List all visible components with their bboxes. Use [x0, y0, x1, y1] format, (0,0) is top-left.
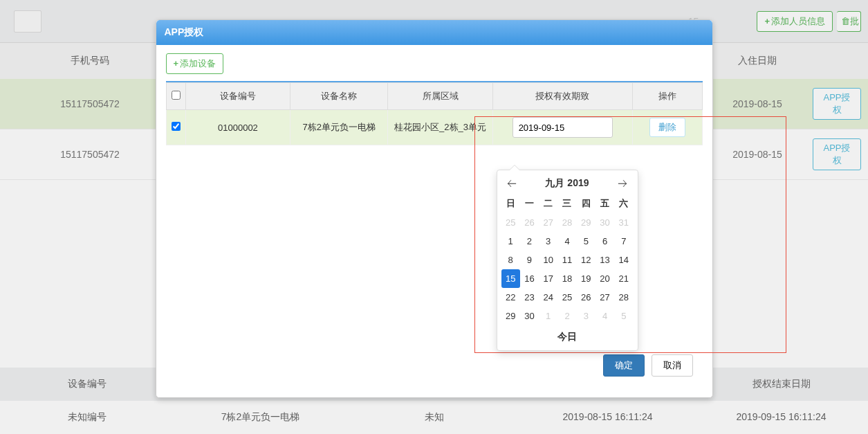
- dcol-area: 所属区域: [388, 83, 492, 110]
- cell-area: 桂花园小区_2栋_3单元: [388, 110, 492, 145]
- device-row: 01000002 7栋2单元负一电梯 桂花园小区_2栋_3单元 删除: [166, 110, 702, 145]
- dcol-devno: 设备编号: [185, 83, 290, 110]
- dp-month-title[interactable]: 九月 2019: [545, 177, 589, 180]
- row-checkbox[interactable]: [172, 122, 181, 131]
- cell-devname: 7栋2单元负一电梯: [290, 110, 388, 145]
- next-month-button[interactable]: 🡢: [618, 178, 627, 180]
- modal-mask: APP授权 +添加设备 设备编号 设备名称 所属区域 授权有效期致 操作: [0, 0, 868, 180]
- expire-date-input[interactable]: [513, 117, 613, 138]
- add-device-button[interactable]: +添加设备: [166, 53, 224, 74]
- date-picker: 🡠 九月 2019 🡢 日一二三四五六 25262728293031123456…: [497, 170, 638, 180]
- prev-month-button[interactable]: 🡠: [507, 178, 517, 180]
- delete-button[interactable]: 删除: [649, 118, 685, 137]
- dp-arrow: [510, 165, 519, 170]
- modal-title: APP授权: [156, 20, 712, 45]
- device-table: 设备编号 设备名称 所属区域 授权有效期致 操作 01000002 7栋2单元负…: [166, 82, 703, 145]
- plus-icon: +: [174, 58, 179, 69]
- cell-devno: 01000002: [185, 110, 290, 145]
- app-auth-modal: APP授权 +添加设备 设备编号 设备名称 所属区域 授权有效期致 操作: [156, 19, 713, 180]
- dcol-devname: 设备名称: [290, 83, 388, 110]
- add-device-label: 添加设备: [180, 58, 216, 69]
- dcol-expire: 授权有效期致: [492, 83, 632, 110]
- select-all-checkbox[interactable]: [172, 91, 181, 100]
- dcol-op: 操作: [632, 83, 702, 110]
